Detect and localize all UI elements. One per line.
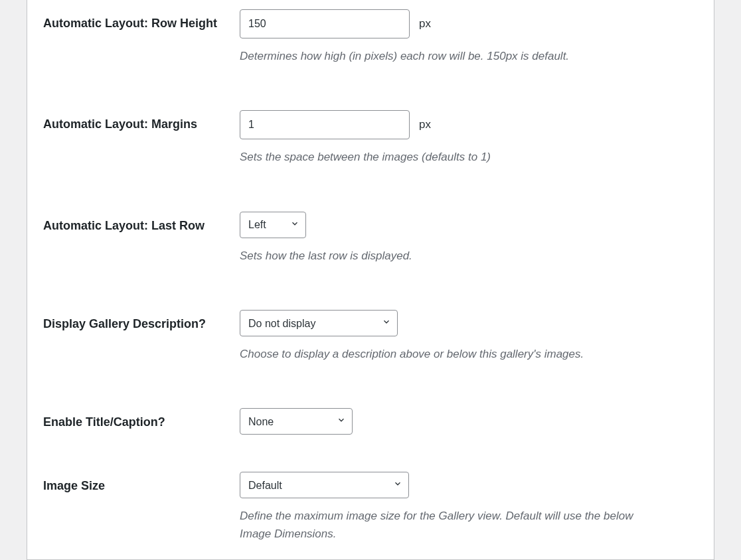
help-row-height: Determines how high (in pixels) each row… (240, 48, 665, 65)
field-display-description: Display Gallery Description? Do not disp… (43, 301, 698, 366)
settings-panel: Automatic Layout: Row Height px Determin… (27, 0, 714, 560)
input-row-height[interactable] (240, 9, 410, 38)
field-title-caption: Enable Title/Caption? None (43, 399, 698, 437)
label-last-row: Automatic Layout: Last Row (43, 212, 240, 234)
label-image-size: Image Size (43, 472, 240, 494)
help-margins: Sets the space between the images (defau… (240, 149, 665, 166)
field-last-row: Automatic Layout: Last Row Left Sets how… (43, 202, 698, 267)
field-row-height: Automatic Layout: Row Height px Determin… (43, 0, 698, 68)
field-margins: Automatic Layout: Margins px Sets the sp… (43, 101, 698, 169)
label-margins: Automatic Layout: Margins (43, 110, 240, 132)
select-title-caption[interactable]: None (240, 408, 353, 435)
input-margins[interactable] (240, 110, 410, 139)
label-title-caption: Enable Title/Caption? (43, 408, 240, 430)
help-display-description: Choose to display a description above or… (240, 346, 665, 363)
select-image-size[interactable]: Default (240, 472, 409, 498)
help-last-row: Sets how the last row is displayed. (240, 247, 665, 265)
label-display-description: Display Gallery Description? (43, 310, 240, 332)
field-image-size: Image Size Default Define the maximum im… (43, 462, 698, 545)
unit-margins: px (419, 118, 431, 131)
label-row-height: Automatic Layout: Row Height (43, 9, 240, 31)
help-image-size: Define the maximum image size for the Ga… (240, 508, 665, 543)
select-display-description[interactable]: Do not display (240, 310, 398, 336)
select-last-row[interactable]: Left (240, 212, 306, 238)
unit-row-height: px (419, 17, 431, 31)
